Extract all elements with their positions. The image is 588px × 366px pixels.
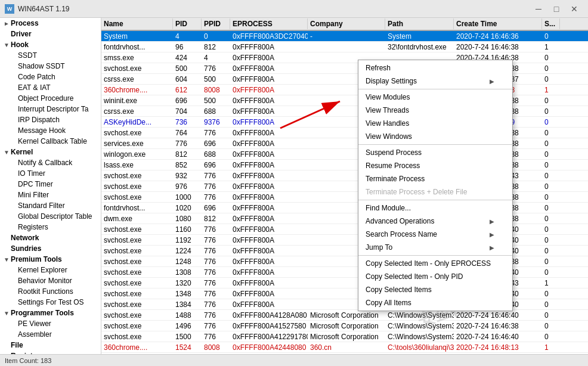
table-row[interactable]: svchost.exe12247760xFFFF800A32\svchost.e…: [101, 246, 588, 256]
column-header-company[interactable]: Company: [308, 18, 385, 29]
table-row[interactable]: svchost.exe14967760xFFFF800A41527580Micr…: [101, 321, 588, 331]
sidebar-item-object-procedure[interactable]: Object Procedure: [0, 93, 101, 104]
table-row[interactable]: dwm.exe10808120xFFFF800A32\dwm.exe2020-7…: [101, 213, 588, 224]
context-menu-item[interactable]: View Threads: [358, 104, 512, 117]
sidebar-item-premium-tools[interactable]: ▼Premium Tools: [0, 254, 101, 265]
sidebar-item-standard-filter[interactable]: Standard Filter: [0, 200, 101, 211]
cell-s: 0: [542, 150, 560, 159]
column-header-name[interactable]: Name: [101, 18, 173, 29]
table-row[interactable]: lsass.exe8526960xFFFF800A2020-7-24 16:46…: [101, 160, 588, 170]
table-row[interactable]: 360chrome....152480080xFFFF800A424480803…: [101, 342, 588, 353]
table-row[interactable]: svchost.exe11927760xFFFF800A32\svchost.e…: [101, 235, 588, 246]
maximize-button[interactable]: □: [547, 3, 565, 15]
context-menu-item[interactable]: Find Module...: [358, 201, 512, 215]
table-row[interactable]: svchost.exe13847760xFFFF800A32\svchost.e…: [101, 299, 588, 310]
table-row[interactable]: svchost.exe12487760xFFFF800A32\svchost.e…: [101, 256, 588, 267]
sidebar-item-kernel-explorer[interactable]: Kernel Explorer: [0, 265, 101, 275]
table-row[interactable]: csrss.exe7046880xFFFF800A32\csrss.exe202…: [101, 106, 588, 117]
context-menu-item[interactable]: View Modules: [358, 91, 512, 104]
sidebar-item-hook[interactable]: ▼Hook: [0, 39, 101, 50]
cell-name: svchost.exe: [101, 332, 173, 342]
sidebar-label: Process: [11, 19, 39, 27]
table-row[interactable]: svchost.exe9327760xFFFF800A32\svchost.ex…: [101, 170, 588, 181]
table-row[interactable]: ASKeyHidDe...73693760xFFFF800A5\bjca_sjk…: [101, 117, 588, 128]
sidebar-item-global-descriptor[interactable]: Global Descriptor Table: [0, 211, 101, 222]
sidebar-item-notify-callback[interactable]: Notify & Callback: [0, 157, 101, 168]
minimize-button[interactable]: ─: [530, 3, 547, 15]
table-row[interactable]: winlogon.exe8126880xFFFF800A32\winlogon.…: [101, 149, 588, 160]
cell-s: 0: [542, 353, 560, 355]
sidebar-item-file[interactable]: File: [0, 340, 101, 351]
sidebar-item-ssdt[interactable]: SSDT: [0, 50, 101, 61]
table-row[interactable]: fontdrvhost...968120xFFFF800A32\fontdrvh…: [101, 42, 588, 52]
table-row[interactable]: wininit.exe6965000xFFFF800A32\wininit.ex…: [101, 95, 588, 106]
context-menu-item[interactable]: Resume Process: [358, 159, 512, 172]
context-menu-item[interactable]: Search Process Name▶: [358, 228, 512, 241]
table-row[interactable]: 360chrome....61280080xFFFF800A60Chrome\C…: [101, 85, 588, 95]
sidebar-item-behavior-monitor[interactable]: Behavior Monitor: [0, 275, 101, 286]
sidebar-item-shadow-ssdt[interactable]: Shadow SSDT: [0, 61, 101, 72]
sidebar-item-kernel[interactable]: ▼Kernel: [0, 147, 101, 157]
column-header-path[interactable]: Path: [385, 18, 454, 29]
sidebar-label: IRP Dispatch: [18, 116, 60, 124]
sidebar-item-process[interactable]: ►Process: [0, 18, 101, 29]
sidebar-item-irp-dispatch[interactable]: IRP Dispatch: [0, 114, 101, 125]
table-row[interactable]: services.exe7766960xFFFF800A32\services.…: [101, 138, 588, 149]
sidebar-item-mini-filter[interactable]: Mini Filter: [0, 190, 101, 200]
sidebar-item-settings-for-test-os[interactable]: Settings For Test OS: [0, 297, 101, 308]
context-menu-item[interactable]: View Handles: [358, 117, 512, 130]
table-row[interactable]: svchost.exe15847760xFFFF800A412CD780Micr…: [101, 353, 588, 354]
column-header-s[interactable]: S...: [542, 18, 560, 29]
context-menu-item[interactable]: Copy All Items: [358, 296, 512, 309]
table-row[interactable]: fontdrvhost...10206960xFFFF800A32\fontdr…: [101, 203, 588, 213]
cell-ppid: 4: [202, 53, 230, 63]
close-button[interactable]: ✕: [565, 3, 583, 15]
table-row[interactable]: svchost.exe15007760xFFFF800A412291780Mic…: [101, 331, 588, 342]
context-menu-item[interactable]: Jump To▶: [358, 241, 512, 254]
sidebar-item-programmer-tools[interactable]: ▼Programmer Tools: [0, 308, 101, 318]
cell-s: 0: [542, 214, 560, 224]
sidebar-item-assembler[interactable]: Assembler: [0, 329, 101, 340]
context-menu-item[interactable]: Copy Selected Item - Only PID: [358, 270, 512, 283]
column-header-eprocess[interactable]: EPROCESS: [230, 18, 308, 29]
context-menu-item[interactable]: View Windows: [358, 130, 512, 143]
sidebar-item-sundries[interactable]: Sundries: [0, 243, 101, 254]
context-menu-item[interactable]: Advanced Operations▶: [358, 215, 512, 228]
table-row[interactable]: svchost.exe13207760xFFFF800A32\svchost.e…: [101, 278, 588, 289]
context-menu-item[interactable]: Display Settings▶: [358, 75, 512, 88]
cell-company: -: [308, 32, 385, 41]
table-row[interactable]: svchost.exe7647760xFFFF800A2020-7-24 16:…: [101, 128, 588, 138]
cell-s: 0: [542, 32, 560, 41]
sidebar-item-code-patch[interactable]: Code Patch: [0, 72, 101, 82]
sidebar-item-driver[interactable]: Driver: [0, 29, 101, 39]
sidebar-item-eat-iat[interactable]: EAT & IAT: [0, 82, 101, 93]
table-row[interactable]: svchost.exe5007760xFFFF800A32\svchost.ex…: [101, 63, 588, 74]
context-menu-item[interactable]: Terminate Process: [358, 172, 512, 185]
context-menu-item[interactable]: Copy Selected Item - Only EPROCESS: [358, 257, 512, 270]
sidebar-item-registers[interactable]: Registers: [0, 222, 101, 232]
context-menu-item[interactable]: Refresh: [358, 61, 512, 75]
sidebar-item-dpc-timer[interactable]: DPC Timer: [0, 179, 101, 190]
column-header-ppid[interactable]: PPID: [202, 18, 230, 29]
cell-eprocess: 0xFFFF800A: [230, 246, 308, 256]
sidebar-item-rootkit-functions[interactable]: Rootkit Functions: [0, 286, 101, 297]
sidebar-item-kernel-callback-table[interactable]: Kernel Callback Table: [0, 136, 101, 147]
table-row[interactable]: svchost.exe11607760xFFFF800A32\svchost.e…: [101, 224, 588, 235]
context-menu-item[interactable]: Suspend Process: [358, 146, 512, 159]
column-header-pid[interactable]: PID: [173, 18, 202, 29]
table-row[interactable]: csrss.exe6045000xFFFF800A32\csrss.exe202…: [101, 74, 588, 85]
sidebar-item-network[interactable]: Network: [0, 232, 101, 243]
context-menu-item[interactable]: Copy Selected Items: [358, 283, 512, 296]
table-row[interactable]: svchost.exe10007760xFFFF800A32\svchost.e…: [101, 192, 588, 203]
sidebar-item-interrupt-descriptor[interactable]: Interrupt Descriptor Ta: [0, 104, 101, 114]
table-row[interactable]: svchost.exe13087760xFFFF800A32\svchost.e…: [101, 267, 588, 278]
table-row[interactable]: svchost.exe13487760xFFFF800A32\svchost.e…: [101, 289, 588, 299]
table-row[interactable]: System400xFFFF800A3DC27040-System2020-7-…: [101, 31, 588, 42]
sidebar-item-message-hook[interactable]: Message Hook: [0, 125, 101, 136]
table-row[interactable]: svchost.exe14887760xFFFF800A4128A080Micr…: [101, 310, 588, 321]
table-row[interactable]: smss.exe42440xFFFF800A2020-7-24 16:46:38…: [101, 52, 588, 63]
sidebar-item-pe-viewer[interactable]: PE Viewer: [0, 318, 101, 329]
table-row[interactable]: svchost.exe9767760xFFFF800A32\svchost.ex…: [101, 181, 588, 192]
sidebar-item-io-timer[interactable]: IO Timer: [0, 168, 101, 179]
column-header-ctime[interactable]: Create Time: [454, 18, 542, 29]
